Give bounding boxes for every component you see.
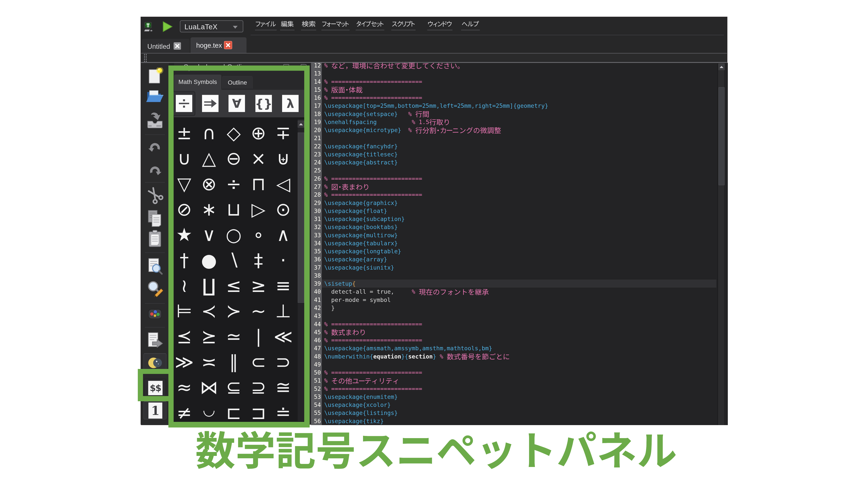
code-token-comment: % (324, 328, 331, 336)
menu-item-1[interactable] (281, 21, 294, 34)
scroll-up-icon[interactable] (718, 64, 724, 70)
menu-item-4[interactable] (356, 21, 384, 34)
code-token-command: \usepackage{fancyhdr} (324, 142, 398, 150)
menu-item-6[interactable] (428, 21, 452, 34)
sidebar-button-colors[interactable] (144, 305, 166, 323)
menu-underline (391, 30, 415, 30)
code-token-command: \onehalfspacing (324, 118, 412, 126)
code-line-46: % ========================== (324, 336, 716, 344)
code-line-42: } (324, 304, 716, 312)
tab-hoge-tex[interactable]: hoge.tex (190, 37, 247, 53)
menu-underline (255, 30, 277, 30)
menu-item-label (302, 21, 315, 27)
line-number: 36 (311, 255, 321, 263)
code-token-jp-comment (352, 63, 461, 69)
sidebar-button-find[interactable] (144, 257, 166, 276)
sidebar-separator (145, 303, 165, 304)
code-token-command: \usepackage{microtype} (324, 126, 408, 134)
menu-item-label (392, 21, 415, 27)
line-number: 30 (311, 207, 321, 215)
line-number: 28 (311, 191, 321, 199)
code-line-34: \usepackage{tabularx} (324, 239, 716, 247)
sidebar-button-cut[interactable] (144, 186, 166, 204)
sidebar-button-open-folder[interactable] (144, 88, 166, 106)
code-line-24: \usepackage{abstract} (324, 158, 716, 166)
code-token-comment: % (324, 183, 331, 191)
toolbar-drag-handle[interactable] (144, 54, 147, 62)
line-number: 14 (311, 78, 321, 86)
menu-item-2[interactable] (302, 21, 315, 34)
code-token-command: \usepackage{listings} (324, 409, 398, 417)
code-line-26: % ========================== (324, 174, 716, 183)
tab-untitled[interactable]: Untitled (142, 39, 190, 53)
menu-underline (461, 30, 480, 30)
code-token-comment: % (324, 377, 331, 385)
code-token-comment (349, 63, 352, 70)
code-token-command: \usepackage{float} (324, 207, 387, 215)
cut-icon (146, 186, 164, 204)
sidebar-button-new-document[interactable] (144, 67, 166, 86)
code-token-jp-comment (415, 127, 501, 134)
line-number: 13 (311, 69, 321, 77)
header-toolbar: LuaLaTeX Untitled hoge.tex (141, 17, 727, 53)
line-number: 26 (311, 174, 321, 183)
code-token-comment: % ========================== (324, 191, 422, 199)
code-token-jp-comment (429, 119, 450, 126)
menu-item-0[interactable] (256, 21, 276, 34)
code-token-jp-comment (331, 184, 370, 190)
code-line-16: % ========================== (324, 94, 716, 102)
code-line-28: % ========================== (324, 191, 716, 199)
line-number: 15 (311, 86, 321, 94)
code-line-38 (324, 271, 716, 280)
editor-scrollbar-thumb[interactable] (718, 87, 724, 185)
code-token-command: \usepackage{subcaption} (324, 215, 405, 223)
line-number: 38 (311, 271, 321, 280)
line-number: 48 (311, 352, 321, 360)
sidebar-button-find-replace[interactable] (144, 279, 166, 298)
tab-bar: Untitled hoge.tex (141, 37, 727, 53)
code-token-command: \usepackage{siunitx} (324, 263, 394, 271)
line-number: 12 (311, 63, 321, 70)
line-number: 51 (311, 377, 321, 385)
code-area[interactable]: % % ==========================% % ======… (322, 63, 716, 425)
editor-scrollbar[interactable] (717, 63, 724, 425)
menu-item-3[interactable] (322, 21, 349, 34)
code-token-bold: equation (373, 352, 401, 360)
menu-item-5[interactable] (392, 21, 415, 34)
menu-item-label (462, 21, 479, 27)
code-line-47: \usepackage{amsmath,amssymb,amsthm,matht… (324, 344, 716, 352)
code-token-command: \usepackage{graphicx} (324, 199, 398, 207)
code-line-39: \sisetup{ (324, 280, 716, 288)
code-line-50: % ========================== (324, 368, 716, 377)
sidebar-button-copy[interactable] (144, 210, 166, 228)
sidebar-button-export[interactable] (144, 332, 166, 350)
line-number: 43 (311, 312, 321, 320)
code-token-command: \sisetup (324, 280, 352, 288)
menu-item-7[interactable] (462, 21, 479, 34)
code-token-comment: % (324, 86, 331, 94)
export-icon (146, 332, 164, 350)
line-number: 37 (311, 263, 321, 271)
code-token-plain: detect-all = true, (324, 288, 412, 296)
sidebar-button-paste[interactable] (144, 230, 166, 248)
sidebar-button-redo[interactable] (144, 161, 166, 180)
close-x-red-icon[interactable] (224, 41, 232, 49)
new-document-icon (146, 67, 164, 86)
code-token-command: \usepackage{tikz} (324, 417, 384, 425)
code-token-comment: % (408, 126, 415, 134)
sidebar-button-undo[interactable] (144, 138, 166, 156)
sidebar-button-numbered-list[interactable]: 1 (144, 401, 166, 419)
code-line-33: \usepackage{multirow} (324, 231, 716, 239)
code-token-jp-comment (419, 289, 489, 295)
toolbar-strip (141, 54, 727, 62)
code-line-49 (324, 360, 716, 368)
code-token-comment: % ========================== (324, 78, 422, 86)
redo-icon (146, 161, 164, 180)
code-line-21 (324, 134, 716, 142)
sidebar-button-save[interactable] (144, 112, 166, 130)
code-line-41: per-mode = symbol (324, 296, 716, 304)
menu-item-label (322, 21, 349, 27)
close-x-gray-icon[interactable] (174, 42, 181, 50)
code-token-jp-comment (415, 110, 429, 118)
line-number: 45 (311, 328, 321, 336)
